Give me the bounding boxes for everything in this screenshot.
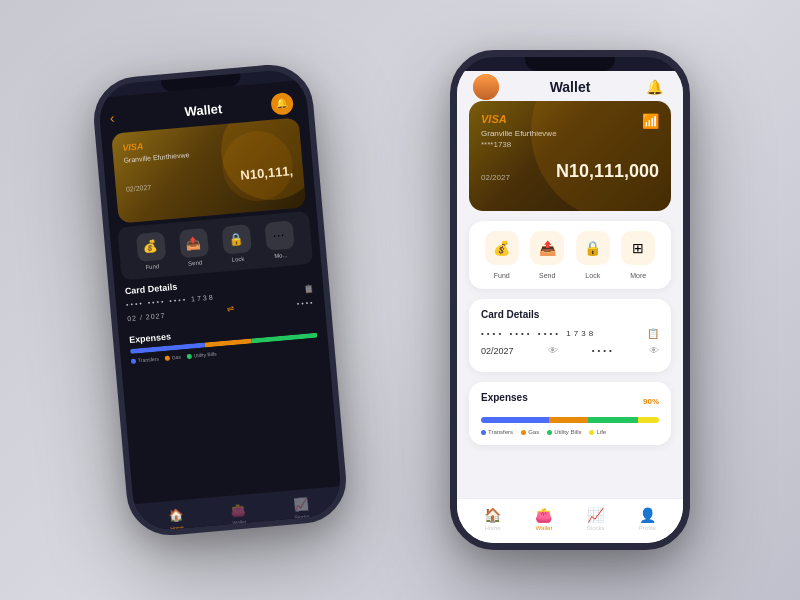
light-wallet-icon: 👛 <box>535 507 552 523</box>
light-more-button[interactable]: ⊞ More <box>621 231 655 279</box>
light-title: Wallet <box>550 79 591 95</box>
dark-nav-stocks[interactable]: 📈 Stocks <box>293 497 310 520</box>
dark-cvv-dots: •••• <box>296 298 314 307</box>
light-more-icon: ⊞ <box>621 231 655 265</box>
light-notch <box>525 57 615 71</box>
light-cvv-dots: •••• <box>592 346 615 355</box>
wifi-icon: 📶 <box>642 113 659 129</box>
dark-more-button[interactable]: ⋯ Mo... <box>264 220 295 259</box>
light-nav-wallet[interactable]: 👛 Wallet <box>535 507 552 531</box>
light-legend-gas: Gas <box>521 429 539 435</box>
light-card-number-row: •••• •••• •••• 1738 📋 <box>481 328 659 339</box>
dark-home-label: Home <box>170 524 184 531</box>
dark-card: VISA Granville Efurthievwe 02/2027 N10,1… <box>111 117 306 223</box>
light-card-expiry: 02/2027 <box>481 173 510 182</box>
dark-card-swap-icon: ⇌ <box>227 304 236 315</box>
light-fund-label: Fund <box>494 272 510 279</box>
bell-icon: 🔔 <box>646 79 663 95</box>
expenses-header: Expenses 90% <box>481 392 659 411</box>
light-stocks-icon: 📈 <box>587 507 604 523</box>
light-legend-utility: Utility Bills <box>547 429 581 435</box>
expenses-percent: 90% <box>643 397 659 406</box>
dark-legend-utility: Utility Bills <box>187 351 217 360</box>
light-bottom-nav: 🏠 Home 👛 Wallet 📈 Stocks 👤 Profile <box>457 498 683 543</box>
light-life-dot <box>589 430 594 435</box>
dark-nav-wallet[interactable]: 👛 Wallet <box>230 503 247 526</box>
more-label: Mo... <box>274 252 288 259</box>
light-card: 📶 VISA Granville Efurthievwe ****1738 02… <box>469 101 671 211</box>
fund-icon: 💰 <box>135 232 165 262</box>
light-copy-icon[interactable]: 📋 <box>647 328 659 339</box>
light-utility-dot <box>547 430 552 435</box>
light-stocks-label: Stocks <box>587 525 605 531</box>
light-utility-bar <box>588 417 638 423</box>
light-more-label: More <box>630 272 646 279</box>
light-card-brand: VISA <box>481 113 659 125</box>
light-legend: Transfers Gas Utility Bills Life <box>481 429 659 435</box>
avatar-image <box>473 74 499 100</box>
dark-gas-bar <box>205 338 252 347</box>
light-nav-home[interactable]: 🏠 Home <box>484 507 501 531</box>
dark-legend-transfers: Transfers <box>131 356 159 364</box>
light-home-icon: 🏠 <box>484 507 501 523</box>
light-progress-bar <box>481 417 659 423</box>
light-wallet-label: Wallet <box>536 525 552 531</box>
dark-expiry-value: 02 / 2027 <box>127 311 166 321</box>
dark-card-amount: N10,111, <box>240 163 294 183</box>
dark-stocks-label: Stocks <box>294 513 309 520</box>
dark-fund-button[interactable]: 💰 Fund <box>135 232 166 271</box>
avatar <box>473 74 499 100</box>
light-send-button[interactable]: 📤 Send <box>530 231 564 279</box>
light-cvv-eye-icon[interactable]: 👁 <box>649 345 659 356</box>
light-gas-label: Gas <box>528 429 539 435</box>
dark-send-button[interactable]: 📤 Send <box>178 228 209 267</box>
light-card-digits: ****1738 <box>481 140 659 149</box>
light-actions-bar: 💰 Fund 📤 Send 🔒 Lock ⊞ More <box>469 221 671 289</box>
send-label: Send <box>188 259 202 266</box>
light-card-expiry-row: 02/2027 👁 •••• 👁 <box>481 345 659 356</box>
light-header: Wallet 🔔 <box>457 71 683 101</box>
light-life-label: Life <box>596 429 606 435</box>
fund-label: Fund <box>145 263 159 270</box>
light-expenses: Expenses 90% Transfers <box>469 382 671 445</box>
dark-screen: ‹ Wallet 🔔 VISA Granville Efurthievwe 02… <box>98 80 344 539</box>
dark-copy-icon[interactable]: 📋 <box>303 284 314 294</box>
lock-label: Lock <box>231 256 244 263</box>
light-bell-button[interactable]: 🔔 <box>641 74 667 100</box>
light-card-amount: N10,111,000 <box>556 161 659 182</box>
light-content: 📶 VISA Granville Efurthievwe ****1738 02… <box>457 101 683 498</box>
dark-stocks-icon: 📈 <box>293 497 309 512</box>
light-fund-button[interactable]: 💰 Fund <box>485 231 519 279</box>
light-gas-bar <box>549 417 588 423</box>
light-send-label: Send <box>539 272 555 279</box>
light-profile-icon: 👤 <box>639 507 656 523</box>
transfers-legend-label: Transfers <box>138 356 159 364</box>
back-arrow-icon[interactable]: ‹ <box>109 109 115 125</box>
light-expiry-value: 02/2027 <box>481 346 514 356</box>
light-life-bar <box>638 417 659 423</box>
light-nav-profile[interactable]: 👤 Profile <box>639 507 656 531</box>
light-card-dots: •••• •••• •••• 1738 <box>481 329 596 338</box>
dark-nav-home[interactable]: 🏠 Home <box>168 508 185 531</box>
light-lock-icon: 🔒 <box>576 231 610 265</box>
light-gas-dot <box>521 430 526 435</box>
light-transfers-bar <box>481 417 549 423</box>
send-icon: 📤 <box>178 228 208 258</box>
light-transfers-label: Transfers <box>488 429 513 435</box>
light-nav-stocks[interactable]: 📈 Stocks <box>587 507 605 531</box>
more-icon: ⋯ <box>264 220 294 250</box>
transfers-dot <box>131 358 136 363</box>
light-transfers-dot <box>481 430 486 435</box>
light-lock-button[interactable]: 🔒 Lock <box>576 231 610 279</box>
light-utility-label: Utility Bills <box>554 429 581 435</box>
dark-lock-button[interactable]: 🔒 Lock <box>221 224 252 263</box>
light-card-details: Card Details •••• •••• •••• 1738 📋 02/20… <box>469 299 671 372</box>
dark-title: Wallet <box>184 101 223 119</box>
light-expenses-title: Expenses <box>481 392 528 403</box>
phones-container: ‹ Wallet 🔔 VISA Granville Efurthievwe 02… <box>50 20 750 580</box>
light-card-details-title: Card Details <box>481 309 659 320</box>
light-eye-icon[interactable]: 👁 <box>548 345 558 356</box>
dark-bell-button[interactable]: 🔔 <box>270 91 294 115</box>
dark-home-icon: 🏠 <box>168 508 184 523</box>
light-card-holder: Granville Efurthievwe <box>481 129 659 138</box>
